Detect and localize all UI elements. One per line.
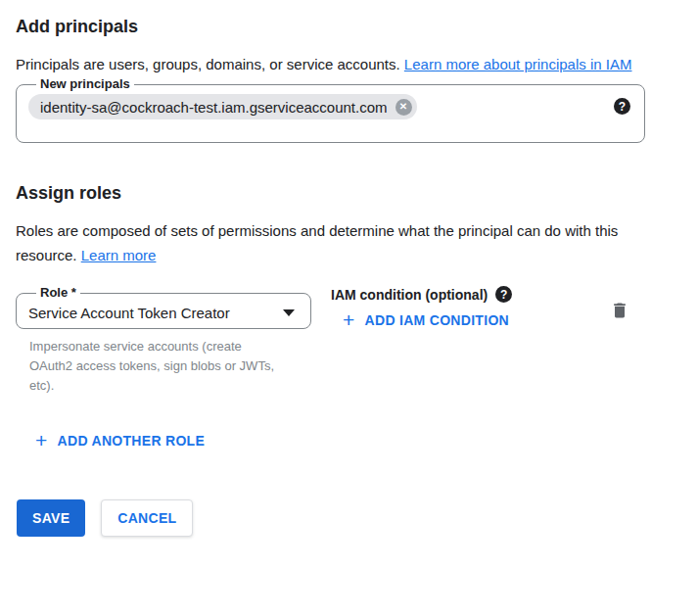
question-mark-glyph: ?	[500, 289, 507, 301]
role-select-value-row[interactable]: Service Account Token Creator	[28, 301, 297, 321]
principals-description: Principals are users, groups, domains, o…	[16, 52, 645, 76]
principals-description-text: Principals are users, groups, domains, o…	[16, 56, 400, 72]
question-mark-glyph: ?	[619, 101, 626, 113]
role-label: Role *	[36, 285, 80, 301]
new-principals-field[interactable]: New principals identity-sa@cockroach-tes…	[16, 76, 645, 143]
principal-chip[interactable]: identity-sa@cockroach-test.iam.gservicea…	[28, 94, 417, 119]
add-iam-condition-label: ADD IAM CONDITION	[365, 312, 509, 328]
new-principals-input-area[interactable]: identity-sa@cockroach-test.iam.gservicea…	[28, 92, 630, 119]
cancel-button[interactable]: CANCEL	[101, 499, 193, 537]
add-principals-panel: Add principals Principals are users, gro…	[0, 0, 698, 537]
close-icon: ✕	[399, 102, 407, 112]
plus-icon: +	[35, 434, 48, 448]
add-another-role-label: ADD ANOTHER ROLE	[58, 433, 206, 449]
learn-more-principals-link[interactable]: Learn more about principals in IAM	[404, 56, 632, 72]
roles-description: Roles are composed of sets of permission…	[16, 218, 645, 267]
iam-condition-help-icon[interactable]: ?	[495, 286, 512, 303]
role-assignment-row: Role * Service Account Token Creator Imp…	[16, 285, 645, 396]
chip-remove-icon[interactable]: ✕	[396, 99, 412, 116]
role-column: Role * Service Account Token Creator Imp…	[16, 285, 311, 396]
add-iam-condition-button[interactable]: + ADD IAM CONDITION	[335, 307, 517, 334]
add-another-role-button[interactable]: + ADD ANOTHER ROLE	[27, 427, 212, 454]
plus-icon: +	[343, 313, 355, 327]
role-select[interactable]: Role * Service Account Token Creator	[16, 285, 311, 329]
principals-help-icon[interactable]: ?	[614, 98, 630, 115]
assign-roles-title: Assign roles	[16, 182, 645, 204]
trash-icon	[610, 301, 629, 320]
dialog-footer: SAVE CANCEL	[16, 499, 645, 537]
iam-condition-column: IAM condition (optional) ? + ADD IAM CON…	[331, 285, 517, 334]
save-button[interactable]: SAVE	[17, 499, 85, 537]
role-selected-value: Service Account Token Creator	[28, 305, 230, 321]
delete-role-button[interactable]	[604, 295, 635, 326]
new-principals-label: New principals	[36, 76, 134, 92]
role-helper-text: Impersonate service accounts (create OAu…	[29, 337, 279, 396]
principal-chip-text: identity-sa@cockroach-test.iam.gservicea…	[40, 99, 388, 116]
learn-more-roles-link[interactable]: Learn more	[81, 247, 157, 263]
chevron-down-icon	[283, 309, 295, 316]
iam-condition-label: IAM condition (optional)	[331, 287, 488, 303]
iam-condition-label-row: IAM condition (optional) ?	[331, 286, 517, 303]
page-title: Add principals	[16, 16, 645, 37]
